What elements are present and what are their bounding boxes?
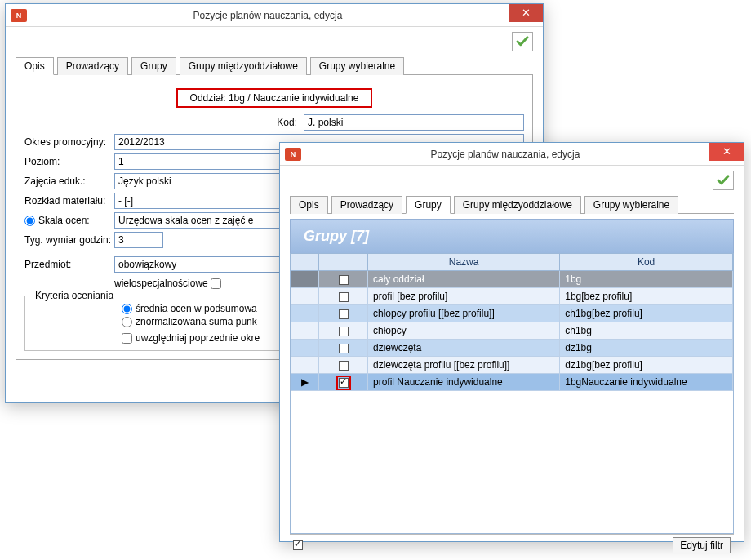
tab-grupy-wyb[interactable]: Grupy wybieralne <box>310 57 404 75</box>
znorm-label: znormalizowana suma punk <box>136 316 257 327</box>
tab-grupy[interactable]: Grupy <box>131 57 176 75</box>
row-checkbox[interactable] <box>339 361 349 371</box>
cell-nazwa: dziewczęta profilu [[bez profilu]] <box>368 357 560 374</box>
uwzgl-label: uwzględniaj poprzednie okre <box>136 332 260 344</box>
oddzial-highlight: Oddział: 1bg / Nauczanie indywidualne <box>176 88 372 108</box>
cell-kod: ch1bg <box>560 322 733 340</box>
table-row[interactable]: chłopcych1bg <box>291 322 733 340</box>
col-kod[interactable]: Kod <box>560 254 733 271</box>
app-icon: N <box>11 9 27 22</box>
table-row[interactable]: cały oddział1bg <box>291 271 733 288</box>
tab2-grupy[interactable]: Grupy <box>406 196 451 214</box>
window-body-2: Opis Prowadzący Grupy Grupy międzyoddzia… <box>280 166 744 560</box>
cell-nazwa: chłopcy profilu [[bez profilu]] <box>368 305 560 322</box>
row-checkbox[interactable] <box>339 309 349 319</box>
kryteria-legend: Kryteria oceniania <box>32 290 117 301</box>
cell-kod: ch1bg[bez profilu] <box>560 305 733 322</box>
grid-wrap: Nazwa Kod cały oddział1bgprofil [bez pro… <box>290 253 734 534</box>
title-bar[interactable]: N Pozycje planów nauczania, edycja ✕ <box>6 4 543 27</box>
wielosp-check[interactable]: wielospecjalnościowe <box>114 278 224 289</box>
tab-opis[interactable]: Opis <box>16 57 54 75</box>
tab2-grupy-miedzy[interactable]: Grupy międzyoddziałowe <box>454 196 581 214</box>
col-nazwa[interactable]: Nazwa <box>368 254 560 271</box>
row-checkbox[interactable] <box>339 275 349 285</box>
cell-nazwa: profil [bez profilu] <box>368 288 560 305</box>
skala-radio[interactable]: Skala ocen: <box>24 215 114 226</box>
cell-kod: 1bg <box>560 271 733 288</box>
cell-nazwa: cały oddział <box>368 271 560 288</box>
cell-nazwa: chłopcy <box>368 322 560 340</box>
confirm-icon[interactable] <box>512 32 533 51</box>
footer-check[interactable] <box>293 540 303 550</box>
tyg-label: Tyg. wymiar godzin: <box>24 234 114 246</box>
group-banner: Grupy [7] <box>290 219 734 253</box>
table-row[interactable]: chłopcy profilu [[bez profilu]]ch1bg[bez… <box>291 305 733 322</box>
row-checkbox[interactable] <box>339 327 349 336</box>
cell-nazwa: profil Nauczanie indywidualne <box>368 374 560 391</box>
table-row[interactable]: dziewczęta profilu [[bez profilu]]dz1bg[… <box>291 357 733 374</box>
cell-nazwa: dziewczęta <box>368 340 560 357</box>
window-title-2: Pozycje planów nauczania, edycja <box>301 149 709 160</box>
groups-table[interactable]: Nazwa Kod cały oddział1bgprofil [bez pro… <box>291 253 733 391</box>
zajecia-label: Zajęcia eduk.: <box>24 176 114 187</box>
kod-label: Kod: <box>24 117 304 128</box>
close-button[interactable]: ✕ <box>509 4 543 22</box>
row-checkbox[interactable] <box>339 292 349 302</box>
window-title: Pozycje planów nauczania, edycja <box>27 10 509 21</box>
cell-kod: 1bgNauczanie indywidualne <box>560 374 733 391</box>
tyg-input[interactable] <box>114 232 163 248</box>
srednia-label: średnia ocen w podsumowa <box>136 303 257 314</box>
skala-label: Skala ocen: <box>38 215 90 226</box>
poziom-label: Poziom: <box>24 156 114 167</box>
footer-bar: Edytuj filtr <box>290 534 734 556</box>
row-checkbox[interactable] <box>339 344 349 353</box>
wielosp-label: wielospecjalnościowe <box>114 278 208 289</box>
row-checkbox[interactable] <box>339 378 349 388</box>
table-row[interactable]: ▶profil Nauczanie indywidualne1bgNauczan… <box>291 374 733 391</box>
cell-kod: dz1bg[bez profilu] <box>560 357 733 374</box>
table-row[interactable]: dziewczętadz1bg <box>291 340 733 357</box>
title-bar-2[interactable]: N Pozycje planów nauczania, edycja ✕ <box>280 143 744 166</box>
app-icon: N <box>285 148 301 161</box>
tab-prowadzacy[interactable]: Prowadzący <box>57 57 128 75</box>
confirm-icon-2[interactable] <box>713 171 734 190</box>
tab2-opis[interactable]: Opis <box>290 196 328 214</box>
okres-label: Okres promocyjny: <box>24 136 114 148</box>
table-row[interactable]: profil [bez profilu]1bg[bez profilu] <box>291 288 733 305</box>
window-front: N Pozycje planów nauczania, edycja ✕ Opi… <box>279 142 744 542</box>
tab-bar: Opis Prowadzący Grupy Grupy międzyoddzia… <box>16 56 533 75</box>
edit-filter-button[interactable]: Edytuj filtr <box>673 537 731 553</box>
tab2-prowadzacy[interactable]: Prowadzący <box>331 196 402 214</box>
cell-kod: dz1bg <box>560 340 733 357</box>
tab-grupy-miedzy[interactable]: Grupy międzyoddziałowe <box>180 57 307 75</box>
cell-kod: 1bg[bez profilu] <box>560 288 733 305</box>
rozklad-label: Rozkład materiału: <box>24 195 114 207</box>
przedmiot-label: Przedmiot: <box>24 259 114 270</box>
close-button-2[interactable]: ✕ <box>709 143 744 161</box>
kod-input[interactable] <box>304 114 524 131</box>
tab2-grupy-wyb[interactable]: Grupy wybieralne <box>584 196 678 214</box>
tab-bar-2: Opis Prowadzący Grupy Grupy międzyoddzia… <box>290 195 734 214</box>
